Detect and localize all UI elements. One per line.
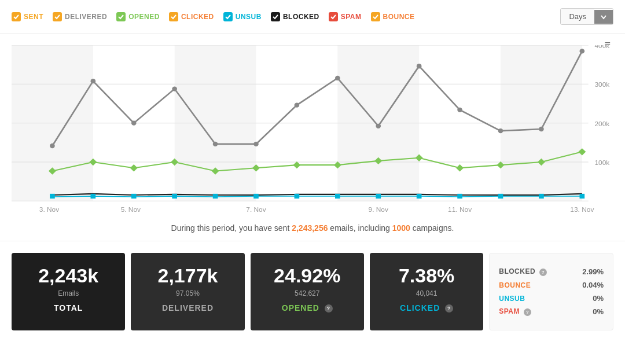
legend-delivered[interactable]: DELIVERED: [53, 12, 107, 21]
clicked-text: CLICKED: [400, 303, 440, 312]
svg-point-22: [376, 124, 381, 128]
svg-rect-44: [131, 194, 137, 198]
legend-bar: SENT DELIVERED OPENED CLICKED UNSUB BLOC…: [0, 0, 625, 34]
opened-label: OPENED ?: [260, 303, 355, 312]
unsub-row: UNSUB 0%: [499, 292, 604, 305]
opened-help-icon[interactable]: ?: [325, 304, 333, 312]
total-sub: Emails: [21, 289, 116, 297]
unsub-row-value: 0%: [593, 294, 604, 303]
legend-clicked[interactable]: CLICKED: [169, 12, 214, 21]
chart-container: 400k 300k 200k 100k: [12, 45, 613, 213]
total-value: 2,243k: [21, 264, 116, 287]
bounce-row-value: 0.04%: [582, 281, 604, 289]
blocked-checkbox[interactable]: [271, 12, 280, 21]
svg-point-19: [253, 142, 259, 146]
days-dropdown[interactable]: Days: [560, 8, 613, 25]
legend-unsub[interactable]: UNSUB: [223, 12, 262, 21]
sent-checkbox[interactable]: [12, 12, 21, 21]
stats-row: 2,243k Emails TOTAL 2,177k 97.05% DELIVE…: [0, 241, 625, 342]
bounce-row-label: BOUNCE: [499, 281, 531, 289]
bounce-row: BOUNCE 0.04%: [499, 278, 604, 292]
blocked-row: BLOCKED ? 2.99%: [499, 265, 604, 278]
spam-checkbox[interactable]: [329, 12, 338, 21]
summary-mid: emails, including: [330, 223, 390, 233]
svg-text:300k: 300k: [595, 81, 610, 89]
days-dropdown-wrapper: Days: [560, 8, 613, 25]
clicked-checkbox[interactable]: [169, 12, 178, 21]
svg-rect-48: [295, 194, 300, 198]
svg-rect-49: [335, 194, 340, 198]
svg-point-23: [417, 64, 422, 68]
svg-rect-51: [417, 194, 422, 198]
svg-rect-47: [253, 194, 259, 198]
clicked-label: CLICKED ?: [379, 303, 474, 312]
stat-total: 2,243k Emails TOTAL: [12, 253, 125, 330]
blocked-row-label: BLOCKED ?: [499, 267, 547, 275]
legend-opened[interactable]: OPENED: [116, 12, 160, 21]
svg-text:9. Nov: 9. Nov: [369, 205, 389, 213]
svg-rect-50: [376, 194, 381, 198]
delivered-label: DELIVERED: [140, 303, 235, 312]
clicked-value: 7.38%: [379, 264, 474, 287]
stat-right: BLOCKED ? 2.99% BOUNCE 0.04% UNSUB 0% SP…: [489, 253, 613, 330]
chart-svg: 400k 300k 200k 100k: [12, 45, 613, 213]
clicked-label: CLICKED: [181, 13, 214, 21]
svg-text:3. Nov: 3. Nov: [39, 205, 60, 213]
bounce-checkbox[interactable]: [371, 12, 380, 21]
svg-rect-55: [580, 194, 585, 198]
summary-email-count: 2,243,256: [292, 223, 328, 233]
legend-bounce[interactable]: BOUNCE: [371, 12, 415, 21]
days-arrow-button[interactable]: [594, 10, 613, 24]
spam-help-icon[interactable]: ?: [524, 308, 531, 316]
blocked-row-value: 2.99%: [582, 267, 604, 276]
unsub-checkbox[interactable]: [223, 12, 233, 21]
blocked-help-icon[interactable]: ?: [539, 269, 547, 276]
days-label: Days: [561, 9, 594, 24]
svg-rect-54: [539, 194, 544, 198]
spam-row-label: SPAM ?: [499, 307, 531, 315]
bounce-label: BOUNCE: [383, 13, 415, 21]
delivered-label: DELIVERED: [65, 13, 107, 21]
opened-label: OPENED: [128, 13, 160, 21]
svg-point-17: [172, 86, 177, 91]
svg-point-16: [131, 121, 137, 126]
spam-label: SPAM: [341, 13, 362, 21]
svg-point-25: [498, 128, 503, 133]
svg-rect-46: [213, 194, 218, 198]
delivered-checkbox[interactable]: [53, 12, 62, 21]
svg-rect-52: [457, 194, 462, 198]
svg-text:13. Nov: 13. Nov: [570, 205, 594, 213]
svg-rect-43: [91, 194, 96, 198]
clicked-help-icon[interactable]: ?: [445, 304, 453, 312]
svg-text:100k: 100k: [595, 159, 610, 166]
legend-spam[interactable]: SPAM: [329, 12, 362, 21]
svg-rect-42: [50, 194, 55, 198]
svg-text:200k: 200k: [595, 120, 610, 127]
unsub-row-label: UNSUB: [499, 295, 525, 303]
clicked-sub: 40,041: [379, 289, 474, 297]
opened-checkbox[interactable]: [116, 12, 126, 21]
opened-text: OPENED: [282, 303, 319, 312]
spam-row-value: 0%: [593, 307, 604, 316]
spam-row: SPAM ? 0%: [499, 305, 604, 318]
svg-text:5. Nov: 5. Nov: [121, 205, 141, 213]
summary-campaigns: 1000: [392, 223, 410, 233]
summary-text: During this period, you have sent 2,243,…: [0, 213, 625, 241]
legend-sent[interactable]: SENT: [12, 12, 43, 21]
svg-text:400k: 400k: [595, 45, 610, 49]
stat-clicked: 7.38% 40,041 CLICKED ?: [370, 253, 483, 330]
chart-section: ≡ 400k 300k 200k 100k: [0, 34, 625, 213]
svg-rect-53: [498, 194, 503, 198]
legend-blocked[interactable]: BLOCKED: [271, 12, 319, 21]
summary-prefix: During this period, you have sent: [171, 223, 290, 233]
svg-text:11. Nov: 11. Nov: [448, 205, 472, 213]
stat-delivered: 2,177k 97.05% DELIVERED: [131, 253, 244, 330]
delivered-value: 2,177k: [140, 264, 235, 287]
unsub-label: UNSUB: [236, 13, 262, 21]
stat-opened: 24.92% 542,627 OPENED ?: [251, 253, 364, 330]
svg-point-14: [50, 144, 55, 148]
opened-sub: 542,627: [260, 289, 355, 297]
delivered-sub: 97.05%: [140, 289, 235, 297]
svg-point-24: [457, 108, 462, 112]
sent-label: SENT: [24, 13, 43, 21]
